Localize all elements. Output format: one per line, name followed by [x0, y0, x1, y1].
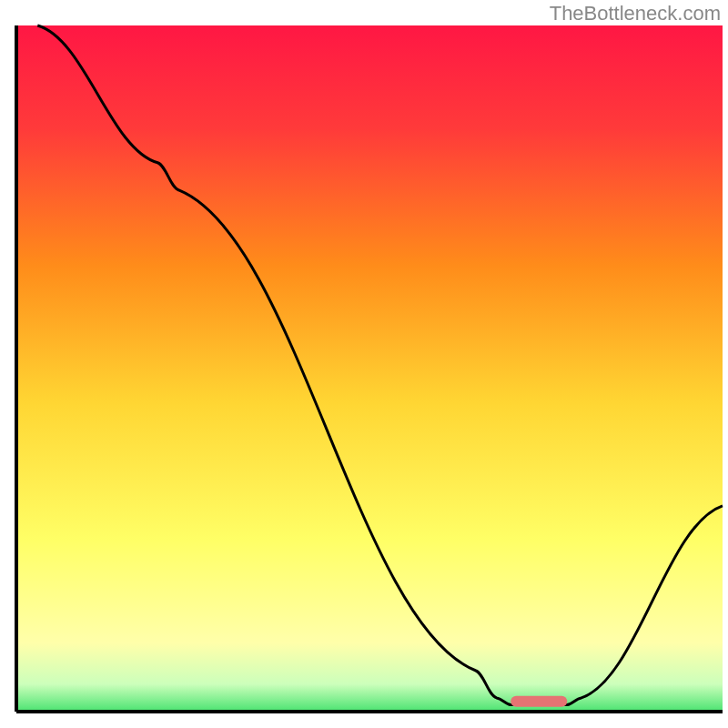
gradient-background: [16, 25, 723, 712]
chart-svg: [0, 0, 728, 728]
bottleneck-chart: TheBottleneck.com: [0, 0, 728, 728]
watermark-text: TheBottleneck.com: [550, 2, 721, 25]
plot-area: [16, 25, 723, 712]
optimal-marker: [511, 696, 567, 707]
